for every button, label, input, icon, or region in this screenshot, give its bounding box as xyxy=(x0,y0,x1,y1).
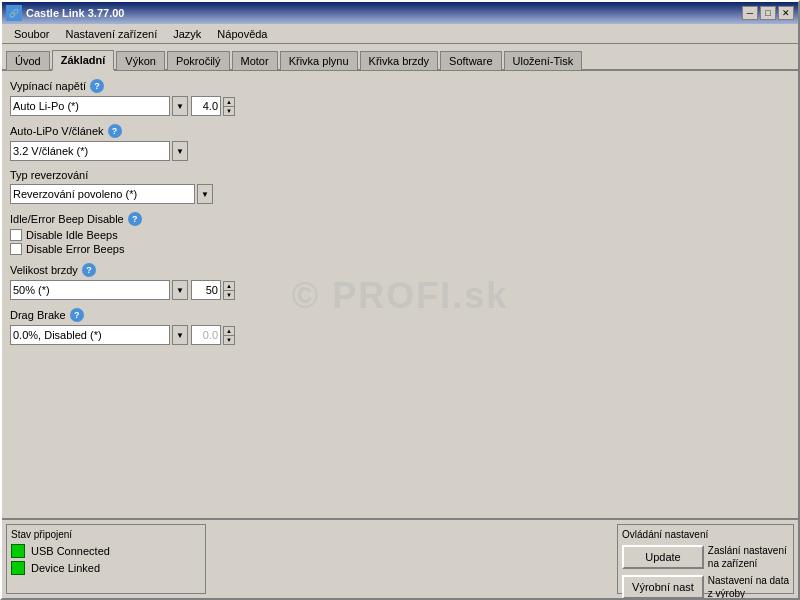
field-drag-brake: Drag Brake ? 0.0%, Disabled (*) ▼ ▲ ▼ xyxy=(10,308,790,345)
field5-select[interactable]: 50% (*) xyxy=(10,280,170,300)
update-desc: Zaslání nastavení na zařízení xyxy=(708,544,789,570)
menu-bar: Soubor Nastavení zařízení Jazyk Nápověda xyxy=(2,24,798,44)
field1-select-arrow[interactable]: ▼ xyxy=(172,96,188,116)
tab-uvod[interactable]: Úvod xyxy=(6,51,50,70)
field3-controls: Reverzování povoleno (*) ▼ xyxy=(10,184,790,204)
field2-label-row: Auto-LiPo V/článek ? xyxy=(10,124,790,138)
menu-napoveda[interactable]: Nápověda xyxy=(209,26,275,42)
field1-controls: Auto Li-Po (*) ▼ ▲ ▼ xyxy=(10,96,790,116)
tab-pokrocily[interactable]: Pokročilý xyxy=(167,51,230,70)
field-vypinaci-napeti: Vypínací napětí ? Auto Li-Po (*) ▼ ▲ ▼ xyxy=(10,79,790,116)
field1-number[interactable] xyxy=(191,96,221,116)
field1-spin: ▲ ▼ xyxy=(223,97,235,116)
checkbox-error-beeps-label: Disable Error Beeps xyxy=(26,243,124,255)
field5-select-arrow[interactable]: ▼ xyxy=(172,280,188,300)
tab-motor[interactable]: Motor xyxy=(232,51,278,70)
app-icon: 🔗 xyxy=(6,5,22,21)
field-beep-disable: Idle/Error Beep Disable ? Disable Idle B… xyxy=(10,212,790,255)
tab-strip: Úvod Základní Výkon Pokročilý Motor Křiv… xyxy=(2,44,798,71)
device-led xyxy=(11,561,25,575)
close-button[interactable]: ✕ xyxy=(778,6,794,20)
tab-software[interactable]: Software xyxy=(440,51,501,70)
field1-label-row: Vypínací napětí ? xyxy=(10,79,790,93)
field6-select-arrow[interactable]: ▼ xyxy=(172,325,188,345)
maximize-button[interactable]: □ xyxy=(760,6,776,20)
field3-label: Typ reverzování xyxy=(10,169,88,181)
factory-reset-button[interactable]: Výrobní nast xyxy=(622,575,704,598)
main-window: 🔗 Castle Link 3.77.00 ─ □ ✕ Soubor Nasta… xyxy=(0,0,800,600)
status-bar: Stav připojení USB Connected Device Link… xyxy=(2,518,798,598)
field6-controls: 0.0%, Disabled (*) ▼ ▲ ▼ xyxy=(10,325,790,345)
field3-label-row: Typ reverzování xyxy=(10,169,790,181)
field3-select[interactable]: Reverzování povoleno (*) xyxy=(10,184,195,204)
field4-help-icon[interactable]: ? xyxy=(128,212,142,226)
checkbox-idle-beeps-label: Disable Idle Beeps xyxy=(26,229,118,241)
field5-spin-down[interactable]: ▼ xyxy=(223,290,235,300)
field6-spin: ▲ ▼ xyxy=(223,326,235,345)
tab-krivka-brzdy[interactable]: Křivka brzdy xyxy=(360,51,439,70)
field5-label: Velikost brzdy xyxy=(10,264,78,276)
field5-spin: ▲ ▼ xyxy=(223,281,235,300)
tab-zakladni[interactable]: Základní xyxy=(52,50,115,71)
control-panel-inner: Ovládání nastavení Update Zaslání nastav… xyxy=(622,529,789,589)
field6-label-row: Drag Brake ? xyxy=(10,308,790,322)
field1-label: Vypínací napětí xyxy=(10,80,86,92)
field-velikost-brzdy: Velikost brzdy ? 50% (*) ▼ ▲ ▼ xyxy=(10,263,790,300)
field1-spin-down[interactable]: ▼ xyxy=(223,106,235,116)
field1-help-icon[interactable]: ? xyxy=(90,79,104,93)
device-status-label: Device Linked xyxy=(31,562,100,574)
update-section: Update Zaslání nastavení na zařízení Výr… xyxy=(622,544,789,598)
menu-soubor[interactable]: Soubor xyxy=(6,26,57,42)
field-typ-reverzovani: Typ reverzování Reverzování povoleno (*)… xyxy=(10,169,790,204)
field5-help-icon[interactable]: ? xyxy=(82,263,96,277)
field6-number[interactable] xyxy=(191,325,221,345)
field5-number[interactable] xyxy=(191,280,221,300)
update-button[interactable]: Update xyxy=(622,545,704,569)
field6-select[interactable]: 0.0%, Disabled (*) xyxy=(10,325,170,345)
field-autolipo: Auto-LiPo V/článek ? 3.2 V/článek (*) ▼ xyxy=(10,124,790,161)
title-bar-left: 🔗 Castle Link 3.77.00 xyxy=(6,5,124,21)
title-bar-controls: ─ □ ✕ xyxy=(742,6,794,20)
content-area: © PROFI.sk Vypínací napětí ? Auto Li-Po … xyxy=(2,71,798,598)
checkbox-idle-beeps-input[interactable] xyxy=(10,229,22,241)
tab-ulozeni-tisk[interactable]: Uložení-Tisk xyxy=(504,51,583,70)
checkbox-error-beeps-input[interactable] xyxy=(10,243,22,255)
minimize-button[interactable]: ─ xyxy=(742,6,758,20)
connection-status-panel: Stav připojení USB Connected Device Link… xyxy=(6,524,206,594)
tab-krivka-plynu[interactable]: Křivka plynu xyxy=(280,51,358,70)
field2-select[interactable]: 3.2 V/článek (*) xyxy=(10,141,170,161)
menu-nastaveni[interactable]: Nastavení zařízení xyxy=(57,26,165,42)
tab-vykon[interactable]: Výkon xyxy=(116,51,165,70)
usb-led xyxy=(11,544,25,558)
field2-select-arrow[interactable]: ▼ xyxy=(172,141,188,161)
usb-status-item: USB Connected xyxy=(11,544,201,558)
field6-help-icon[interactable]: ? xyxy=(70,308,84,322)
field2-help-icon[interactable]: ? xyxy=(108,124,122,138)
field2-controls: 3.2 V/článek (*) ▼ xyxy=(10,141,790,161)
control-panel-title: Ovládání nastavení xyxy=(622,529,708,540)
field6-spin-down[interactable]: ▼ xyxy=(223,335,235,345)
field4-label-row: Idle/Error Beep Disable ? xyxy=(10,212,790,226)
connection-status-title: Stav připojení xyxy=(11,529,201,540)
window-title: Castle Link 3.77.00 xyxy=(26,7,124,19)
menu-jazyk[interactable]: Jazyk xyxy=(165,26,209,42)
device-status-item: Device Linked xyxy=(11,561,201,575)
field5-controls: 50% (*) ▼ ▲ ▼ xyxy=(10,280,790,300)
field6-label: Drag Brake xyxy=(10,309,66,321)
field2-label: Auto-LiPo V/článek xyxy=(10,125,104,137)
field5-label-row: Velikost brzdy ? xyxy=(10,263,790,277)
control-panel: Ovládání nastavení Update Zaslání nastav… xyxy=(617,524,794,594)
usb-status-label: USB Connected xyxy=(31,545,110,557)
checkbox-idle-beeps: Disable Idle Beeps xyxy=(10,229,790,241)
field4-checkboxes: Disable Idle Beeps Disable Error Beeps xyxy=(10,229,790,255)
factory-desc: Nastavení na data z výroby xyxy=(708,574,789,598)
field3-select-arrow[interactable]: ▼ xyxy=(197,184,213,204)
field4-label: Idle/Error Beep Disable xyxy=(10,213,124,225)
main-panel: © PROFI.sk Vypínací napětí ? Auto Li-Po … xyxy=(2,71,798,521)
title-bar: 🔗 Castle Link 3.77.00 ─ □ ✕ xyxy=(2,2,798,24)
field1-select[interactable]: Auto Li-Po (*) xyxy=(10,96,170,116)
checkbox-error-beeps: Disable Error Beeps xyxy=(10,243,790,255)
